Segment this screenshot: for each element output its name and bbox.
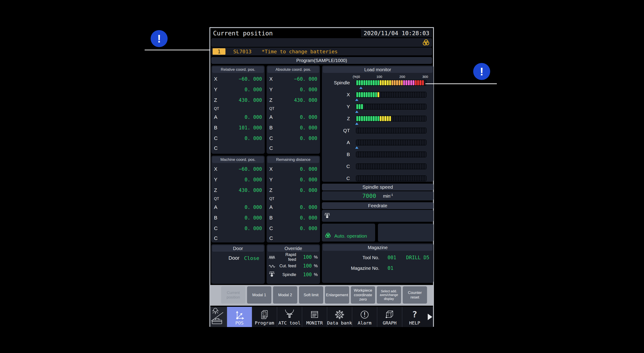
softkey-workpiece-coordinate-zero[interactable]: Workpiece coordinate zero bbox=[351, 286, 375, 303]
tab-data-bank[interactable]: Data bank bbox=[327, 307, 352, 327]
load-bar-segment bbox=[401, 92, 403, 97]
load-bar-segment bbox=[417, 116, 419, 121]
load-bar-segment bbox=[417, 128, 419, 133]
load-bar-segment bbox=[396, 92, 398, 97]
alert-pointer-line-spindle-load bbox=[426, 83, 497, 84]
load-bar-segment bbox=[424, 92, 426, 97]
load-bar-segment bbox=[384, 152, 386, 157]
load-bar-track bbox=[356, 163, 426, 169]
next-page-button[interactable] bbox=[427, 307, 433, 327]
load-bar-segment bbox=[408, 176, 410, 181]
load-bar-segment bbox=[392, 164, 393, 169]
load-bar-segment bbox=[410, 176, 412, 181]
load-bar-segment bbox=[384, 176, 386, 181]
softkey-select-add-axes-change-display[interactable]: Select add. axes/change display bbox=[377, 286, 401, 303]
load-bar-segment bbox=[410, 152, 412, 157]
load-bar-segment bbox=[410, 92, 412, 97]
tab-atc-tool[interactable]: ATC tool bbox=[277, 307, 302, 327]
magazine-value: 01 bbox=[388, 265, 393, 271]
load-monitor-row: QT bbox=[322, 128, 434, 140]
load-bar-segment bbox=[394, 176, 396, 181]
load-bar-segment bbox=[387, 116, 389, 121]
load-bar-segment bbox=[403, 92, 405, 97]
coord-row: Y0. 000 bbox=[269, 84, 317, 95]
tab-label: Alarm bbox=[358, 320, 372, 326]
tab-program[interactable]: G: Program bbox=[252, 307, 277, 327]
override-unit: % bbox=[312, 263, 318, 268]
softkey-enlargement[interactable]: Enlargement bbox=[325, 286, 349, 303]
load-bar-segment bbox=[392, 176, 393, 181]
load-bar-segment bbox=[424, 128, 426, 133]
status-message-row bbox=[211, 38, 432, 47]
load-bar-segment bbox=[361, 164, 363, 169]
load-bar-segment bbox=[356, 128, 358, 133]
load-bar-segment bbox=[394, 128, 396, 133]
load-bar-segment bbox=[396, 128, 398, 133]
load-bar-segment bbox=[387, 128, 389, 133]
load-bar-segment bbox=[358, 152, 360, 157]
load-bar-segment bbox=[384, 92, 386, 97]
load-bar-segment bbox=[358, 92, 360, 97]
load-bar-segment bbox=[372, 80, 374, 85]
load-bar-segment bbox=[403, 176, 405, 181]
coord-row: C bbox=[269, 234, 317, 242]
load-bar-segment bbox=[410, 128, 412, 133]
empty-status-box bbox=[378, 224, 434, 241]
cut-feed-icon bbox=[269, 264, 275, 268]
load-bar-segment bbox=[403, 80, 405, 85]
axis-value: 0. 000 bbox=[300, 177, 317, 182]
load-bar-segment bbox=[375, 80, 377, 85]
load-bar-segment bbox=[398, 176, 400, 181]
load-bar-segment bbox=[420, 128, 421, 133]
axis-label: C bbox=[214, 135, 218, 141]
load-bar-segment bbox=[375, 140, 377, 145]
axis-label: Y bbox=[269, 87, 273, 93]
load-bar-segment bbox=[368, 128, 370, 133]
alarm-message-row[interactable]: 1 SL7013 *Time to change batteries bbox=[211, 48, 432, 55]
load-bar-segment bbox=[401, 128, 403, 133]
load-bar-segment bbox=[375, 152, 377, 157]
tab-graph[interactable]: GRAPH bbox=[377, 307, 402, 327]
load-bar-segment bbox=[380, 140, 382, 145]
load-bar-segment bbox=[392, 152, 393, 157]
position-axes-icon bbox=[234, 309, 245, 320]
utility-lamp-toolbox-button[interactable] bbox=[210, 307, 227, 327]
tab-monitr[interactable]: MONITR bbox=[302, 307, 327, 327]
door-panel: Door Door Close bbox=[211, 244, 265, 284]
load-bar-segment bbox=[375, 116, 377, 121]
load-bar-segment bbox=[356, 104, 358, 109]
softkey-modal-1[interactable]: Modal 1 bbox=[247, 286, 272, 303]
softkey-counter-reset[interactable]: Counter reset bbox=[403, 286, 427, 303]
tab-label: GRAPH bbox=[383, 320, 396, 326]
load-bar-segment bbox=[403, 104, 405, 109]
tab-pos[interactable]: POS bbox=[227, 307, 252, 327]
load-bar-segment bbox=[382, 104, 384, 109]
softkey-modal-2[interactable]: Modal 2 bbox=[273, 286, 297, 303]
next-arrow-icon bbox=[428, 314, 432, 320]
swirl-icon bbox=[422, 39, 430, 47]
load-bar-segment bbox=[394, 116, 396, 121]
load-bar-track bbox=[356, 116, 426, 122]
load-bar-segment bbox=[420, 92, 421, 97]
load-marker-triangle bbox=[355, 99, 358, 101]
coord-panel: Relative coord. pos.X−60. 000Y0. 000Z430… bbox=[211, 66, 265, 154]
softkey-soft-limit[interactable]: Soft limit bbox=[299, 286, 323, 303]
axis-label: C bbox=[214, 145, 218, 151]
axis-value: 0. 000 bbox=[300, 188, 317, 193]
override-row: Cut. feed100% bbox=[266, 261, 320, 270]
softkey-bar: Current positionModal 1Modal 2Soft limit… bbox=[210, 285, 433, 306]
coord-panel-body: X−60. 000Y0. 000Z430. 000QTA0. 000B101. … bbox=[211, 73, 265, 153]
load-bar-segment bbox=[366, 140, 368, 145]
softkey-current-position: Current position bbox=[221, 286, 246, 303]
load-bar-segment bbox=[366, 104, 368, 109]
load-bar-segment bbox=[424, 152, 426, 157]
main-area: Relative coord. pos.X−60. 000Y0. 000Z430… bbox=[211, 66, 432, 284]
load-bar-segment bbox=[384, 80, 386, 85]
load-bar-segment bbox=[389, 164, 391, 169]
tab-alarm[interactable]: ! Alarm bbox=[352, 307, 377, 327]
load-axis-label: C bbox=[322, 163, 353, 169]
load-bar-segment bbox=[422, 140, 424, 145]
axis-label: B bbox=[214, 215, 218, 221]
tab-help[interactable]: ? HELP bbox=[402, 307, 427, 327]
load-bar-segment bbox=[370, 140, 372, 145]
